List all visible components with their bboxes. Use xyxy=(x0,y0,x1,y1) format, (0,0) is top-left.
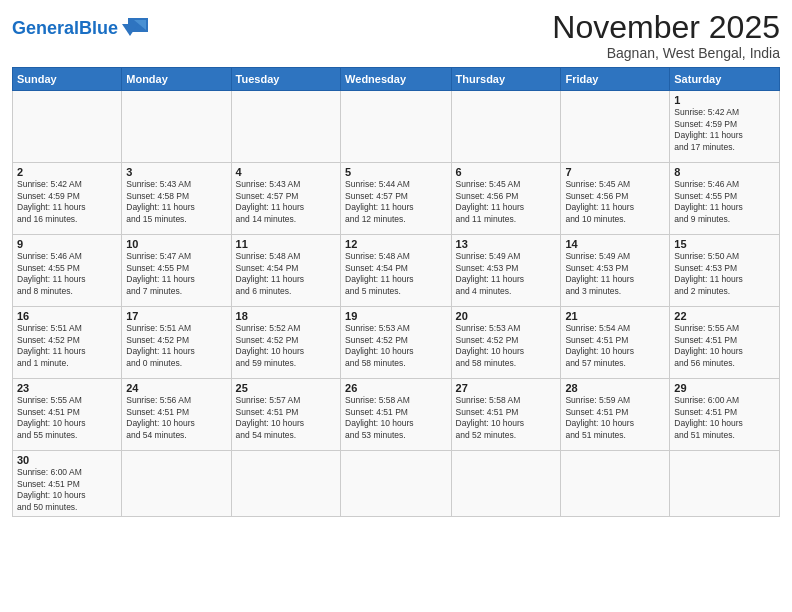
day-info: Sunrise: 5:52 AMSunset: 4:52 PMDaylight:… xyxy=(236,323,336,369)
calendar-cell xyxy=(341,451,451,517)
day-info: Sunrise: 5:49 AMSunset: 4:53 PMDaylight:… xyxy=(456,251,557,297)
calendar-cell: 1Sunrise: 5:42 AMSunset: 4:59 PMDaylight… xyxy=(670,91,780,163)
calendar-cell: 21Sunrise: 5:54 AMSunset: 4:51 PMDayligh… xyxy=(561,307,670,379)
day-info: Sunrise: 5:56 AMSunset: 4:51 PMDaylight:… xyxy=(126,395,226,441)
calendar-cell: 17Sunrise: 5:51 AMSunset: 4:52 PMDayligh… xyxy=(122,307,231,379)
month-title: November 2025 xyxy=(552,10,780,45)
day-number: 27 xyxy=(456,382,557,394)
calendar-cell: 25Sunrise: 5:57 AMSunset: 4:51 PMDayligh… xyxy=(231,379,340,451)
week-row-4: 16Sunrise: 5:51 AMSunset: 4:52 PMDayligh… xyxy=(13,307,780,379)
location-subtitle: Bagnan, West Bengal, India xyxy=(552,45,780,61)
day-number: 1 xyxy=(674,94,775,106)
calendar-cell: 29Sunrise: 6:00 AMSunset: 4:51 PMDayligh… xyxy=(670,379,780,451)
day-info: Sunrise: 6:00 AMSunset: 4:51 PMDaylight:… xyxy=(674,395,775,441)
calendar-cell: 12Sunrise: 5:48 AMSunset: 4:54 PMDayligh… xyxy=(341,235,451,307)
day-number: 14 xyxy=(565,238,665,250)
day-info: Sunrise: 5:53 AMSunset: 4:52 PMDaylight:… xyxy=(456,323,557,369)
day-info: Sunrise: 5:42 AMSunset: 4:59 PMDaylight:… xyxy=(17,179,117,225)
day-info: Sunrise: 5:54 AMSunset: 4:51 PMDaylight:… xyxy=(565,323,665,369)
day-info: Sunrise: 5:46 AMSunset: 4:55 PMDaylight:… xyxy=(674,179,775,225)
day-number: 28 xyxy=(565,382,665,394)
calendar-cell: 14Sunrise: 5:49 AMSunset: 4:53 PMDayligh… xyxy=(561,235,670,307)
calendar-cell: 13Sunrise: 5:49 AMSunset: 4:53 PMDayligh… xyxy=(451,235,561,307)
calendar-cell: 16Sunrise: 5:51 AMSunset: 4:52 PMDayligh… xyxy=(13,307,122,379)
day-info: Sunrise: 5:50 AMSunset: 4:53 PMDaylight:… xyxy=(674,251,775,297)
calendar-cell: 7Sunrise: 5:45 AMSunset: 4:56 PMDaylight… xyxy=(561,163,670,235)
day-number: 18 xyxy=(236,310,336,322)
calendar-cell: 19Sunrise: 5:53 AMSunset: 4:52 PMDayligh… xyxy=(341,307,451,379)
calendar-cell: 20Sunrise: 5:53 AMSunset: 4:52 PMDayligh… xyxy=(451,307,561,379)
day-number: 23 xyxy=(17,382,117,394)
calendar-cell xyxy=(561,91,670,163)
calendar-cell: 30Sunrise: 6:00 AMSunset: 4:51 PMDayligh… xyxy=(13,451,122,517)
logo-general: General xyxy=(12,18,79,38)
day-number: 26 xyxy=(345,382,446,394)
calendar-cell: 5Sunrise: 5:44 AMSunset: 4:57 PMDaylight… xyxy=(341,163,451,235)
page: GeneralBlue November 2025 Bagnan, West B… xyxy=(0,0,792,612)
day-info: Sunrise: 5:58 AMSunset: 4:51 PMDaylight:… xyxy=(456,395,557,441)
day-number: 7 xyxy=(565,166,665,178)
col-tuesday: Tuesday xyxy=(231,68,340,91)
calendar-cell: 2Sunrise: 5:42 AMSunset: 4:59 PMDaylight… xyxy=(13,163,122,235)
day-number: 10 xyxy=(126,238,226,250)
calendar-cell xyxy=(341,91,451,163)
calendar-cell xyxy=(451,451,561,517)
day-number: 3 xyxy=(126,166,226,178)
logo-icon xyxy=(120,14,152,42)
day-info: Sunrise: 5:57 AMSunset: 4:51 PMDaylight:… xyxy=(236,395,336,441)
day-info: Sunrise: 5:58 AMSunset: 4:51 PMDaylight:… xyxy=(345,395,446,441)
calendar-cell: 9Sunrise: 5:46 AMSunset: 4:55 PMDaylight… xyxy=(13,235,122,307)
calendar-cell: 23Sunrise: 5:55 AMSunset: 4:51 PMDayligh… xyxy=(13,379,122,451)
day-info: Sunrise: 5:43 AMSunset: 4:58 PMDaylight:… xyxy=(126,179,226,225)
title-area: November 2025 Bagnan, West Bengal, India xyxy=(552,10,780,61)
week-row-2: 2Sunrise: 5:42 AMSunset: 4:59 PMDaylight… xyxy=(13,163,780,235)
week-row-6: 30Sunrise: 6:00 AMSunset: 4:51 PMDayligh… xyxy=(13,451,780,517)
header: GeneralBlue November 2025 Bagnan, West B… xyxy=(12,10,780,61)
day-number: 19 xyxy=(345,310,446,322)
day-number: 22 xyxy=(674,310,775,322)
logo: GeneralBlue xyxy=(12,14,152,42)
calendar-cell xyxy=(561,451,670,517)
day-number: 9 xyxy=(17,238,117,250)
calendar-cell: 18Sunrise: 5:52 AMSunset: 4:52 PMDayligh… xyxy=(231,307,340,379)
day-number: 25 xyxy=(236,382,336,394)
day-info: Sunrise: 5:51 AMSunset: 4:52 PMDaylight:… xyxy=(126,323,226,369)
calendar-cell xyxy=(451,91,561,163)
day-number: 30 xyxy=(17,454,117,466)
day-number: 12 xyxy=(345,238,446,250)
logo-blue: Blue xyxy=(79,18,118,38)
calendar-cell: 15Sunrise: 5:50 AMSunset: 4:53 PMDayligh… xyxy=(670,235,780,307)
calendar-cell: 10Sunrise: 5:47 AMSunset: 4:55 PMDayligh… xyxy=(122,235,231,307)
calendar-cell xyxy=(13,91,122,163)
day-number: 17 xyxy=(126,310,226,322)
day-info: Sunrise: 5:43 AMSunset: 4:57 PMDaylight:… xyxy=(236,179,336,225)
calendar-cell: 24Sunrise: 5:56 AMSunset: 4:51 PMDayligh… xyxy=(122,379,231,451)
calendar-cell: 27Sunrise: 5:58 AMSunset: 4:51 PMDayligh… xyxy=(451,379,561,451)
calendar-cell xyxy=(231,451,340,517)
calendar-cell: 11Sunrise: 5:48 AMSunset: 4:54 PMDayligh… xyxy=(231,235,340,307)
calendar-cell xyxy=(122,451,231,517)
day-info: Sunrise: 5:42 AMSunset: 4:59 PMDaylight:… xyxy=(674,107,775,153)
calendar-cell xyxy=(670,451,780,517)
day-info: Sunrise: 5:53 AMSunset: 4:52 PMDaylight:… xyxy=(345,323,446,369)
calendar-cell xyxy=(122,91,231,163)
day-info: Sunrise: 5:45 AMSunset: 4:56 PMDaylight:… xyxy=(456,179,557,225)
calendar-cell: 8Sunrise: 5:46 AMSunset: 4:55 PMDaylight… xyxy=(670,163,780,235)
logo-text: GeneralBlue xyxy=(12,19,118,37)
day-info: Sunrise: 5:45 AMSunset: 4:56 PMDaylight:… xyxy=(565,179,665,225)
col-sunday: Sunday xyxy=(13,68,122,91)
calendar-table: Sunday Monday Tuesday Wednesday Thursday… xyxy=(12,67,780,517)
calendar-cell: 3Sunrise: 5:43 AMSunset: 4:58 PMDaylight… xyxy=(122,163,231,235)
calendar-cell: 22Sunrise: 5:55 AMSunset: 4:51 PMDayligh… xyxy=(670,307,780,379)
day-number: 29 xyxy=(674,382,775,394)
day-info: Sunrise: 5:44 AMSunset: 4:57 PMDaylight:… xyxy=(345,179,446,225)
calendar-header-row: Sunday Monday Tuesday Wednesday Thursday… xyxy=(13,68,780,91)
day-number: 20 xyxy=(456,310,557,322)
day-info: Sunrise: 6:00 AMSunset: 4:51 PMDaylight:… xyxy=(17,467,117,513)
week-row-3: 9Sunrise: 5:46 AMSunset: 4:55 PMDaylight… xyxy=(13,235,780,307)
day-info: Sunrise: 5:55 AMSunset: 4:51 PMDaylight:… xyxy=(674,323,775,369)
calendar-cell: 4Sunrise: 5:43 AMSunset: 4:57 PMDaylight… xyxy=(231,163,340,235)
calendar-cell: 28Sunrise: 5:59 AMSunset: 4:51 PMDayligh… xyxy=(561,379,670,451)
week-row-1: 1Sunrise: 5:42 AMSunset: 4:59 PMDaylight… xyxy=(13,91,780,163)
calendar-cell: 26Sunrise: 5:58 AMSunset: 4:51 PMDayligh… xyxy=(341,379,451,451)
